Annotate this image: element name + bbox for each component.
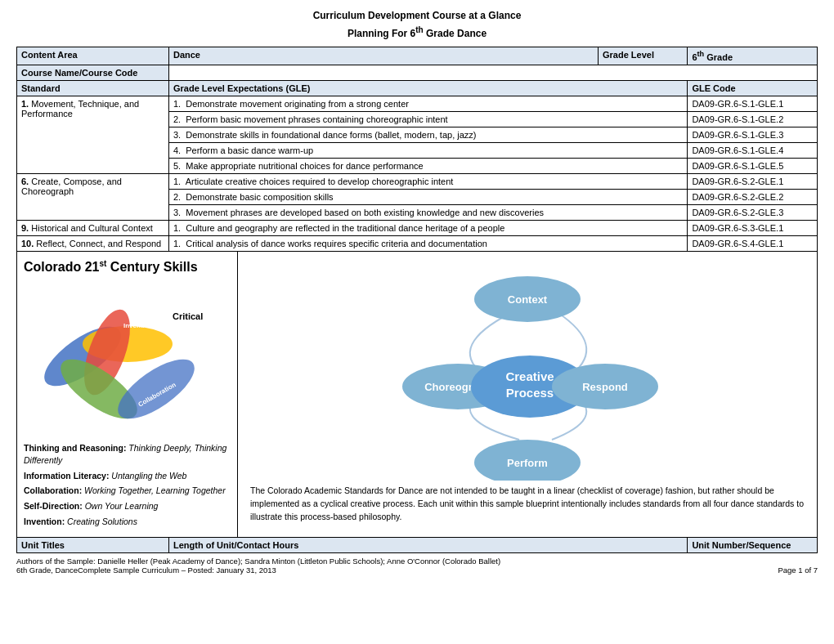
unit-length: Length of Unit/Contact Hours bbox=[168, 538, 687, 553]
svg-text:Context: Context bbox=[508, 293, 548, 306]
skill-collab: Collaboration: Working Together, Learnin… bbox=[24, 485, 231, 497]
code-9-1: DA09-GR.6-S.3-GLE.1 bbox=[688, 221, 818, 236]
standard-row-6: 6. Create, Compose, and Choreograph 1. A… bbox=[17, 174, 818, 190]
bottom-section-row: Colorado 21st Century Skills bbox=[17, 252, 818, 538]
skill-thinking: Thinking and Reasoning: Thinking Deeply,… bbox=[24, 442, 231, 466]
code-6-3: DA09-GR.6-S.2-GLE.3 bbox=[688, 205, 818, 221]
svg-text:Critical: Critical bbox=[173, 311, 203, 321]
content-area-value: Dance bbox=[168, 47, 598, 65]
svg-text:Critical Thinking: Critical Thinking bbox=[70, 283, 95, 331]
svg-text:Perform: Perform bbox=[507, 457, 548, 469]
content-area-label: Content Area bbox=[17, 47, 169, 65]
main-table: Content Area Dance Grade Level 6th Grade… bbox=[16, 47, 818, 553]
gle-1-4: 4. Perform a basic dance warm-up bbox=[168, 143, 687, 159]
standard-row-10: 10. Reflect, Connect, and Respond 1. Cri… bbox=[17, 236, 818, 252]
gle-6-1: 1. Articulate creative choices required … bbox=[168, 174, 687, 190]
gle-6-2: 2. Demonstrate basic composition skills bbox=[168, 190, 687, 205]
page-title: Curriculum Development Course at a Glanc… bbox=[16, 8, 818, 42]
page-line: 6th Grade, DanceComplete Sample Curricul… bbox=[16, 566, 818, 575]
gle-1-3: 3. Demonstrate skills in foundational da… bbox=[168, 127, 687, 143]
code-1-3: DA09-GR.6-S.1-GLE.3 bbox=[688, 127, 818, 143]
skill-info: Information Literacy: Untangling the Web bbox=[24, 470, 231, 482]
standard-1-name: 1. Movement, Technique, and Performance bbox=[17, 96, 169, 174]
page-info-right: Page 1 of 7 bbox=[778, 566, 818, 575]
standard-10-name: 10. Reflect, Connect, and Respond bbox=[17, 236, 169, 252]
svg-text:Invention: Invention bbox=[123, 322, 153, 329]
unit-number: Unit Number/Sequence bbox=[688, 538, 818, 553]
creative-description: The Colorado Academic Standards for Danc… bbox=[246, 485, 809, 523]
gle-header: Grade Level Expectations (GLE) bbox=[168, 81, 687, 96]
creative-process-diagram: Context Choreograph Creative Process bbox=[352, 260, 703, 481]
skill-self: Self-Direction: Own Your Learning bbox=[24, 500, 231, 512]
standard-row-1: 1. Movement, Technique, and Performance … bbox=[17, 96, 818, 112]
gle-code-header: GLE Code bbox=[688, 81, 818, 96]
gle-10-1: 1. Critical analysis of dance works requ… bbox=[168, 236, 687, 252]
gle-6-3: 3. Movement phrases are developed based … bbox=[168, 205, 687, 221]
column-headers-row: Standard Grade Level Expectations (GLE) … bbox=[17, 81, 818, 96]
code-6-2: DA09-GR.6-S.2-GLE.2 bbox=[688, 190, 818, 205]
code-6-1: DA09-GR.6-S.2-GLE.1 bbox=[688, 174, 818, 190]
code-1-1: DA09-GR.6-S.1-GLE.1 bbox=[688, 96, 818, 112]
course-name-label: Course Name/Course Code bbox=[17, 65, 169, 81]
course-name-row: Course Name/Course Code bbox=[17, 65, 818, 81]
gle-9-1: 1. Culture and geography are reflected i… bbox=[168, 221, 687, 236]
grade-level-value: 6th Grade bbox=[688, 47, 818, 65]
standard-row-9: 9. Historical and Cultural Context 1. Cu… bbox=[17, 221, 818, 236]
skills-diagram: Self Direction Invention Critical Thinki… bbox=[34, 283, 222, 436]
creative-process-section: Context Choreograph Creative Process bbox=[238, 252, 817, 537]
gle-1-2: 2. Perform basic movement phrases contai… bbox=[168, 112, 687, 127]
unit-titles: Unit Titles bbox=[17, 538, 169, 553]
gle-1-1: 1. Demonstrate movement originating from… bbox=[168, 96, 687, 112]
content-area-row: Content Area Dance Grade Level 6th Grade bbox=[17, 47, 818, 65]
svg-text:Process: Process bbox=[506, 386, 554, 400]
svg-text:Creative: Creative bbox=[505, 369, 554, 383]
code-1-4: DA09-GR.6-S.1-GLE.4 bbox=[688, 143, 818, 159]
page-info-left: 6th Grade, DanceComplete Sample Curricul… bbox=[16, 566, 276, 575]
standard-6-name: 6. Create, Compose, and Choreograph bbox=[17, 174, 169, 221]
unit-footer-row: Unit Titles Length of Unit/Contact Hours… bbox=[17, 538, 818, 553]
standard-header: Standard bbox=[17, 81, 169, 96]
skills-text: Thinking and Reasoning: Thinking Deeply,… bbox=[24, 442, 231, 527]
code-10-1: DA09-GR.6-S.4-GLE.1 bbox=[688, 236, 818, 252]
code-1-5: DA09-GR.6-S.1-GLE.5 bbox=[688, 159, 818, 174]
code-1-2: DA09-GR.6-S.1-GLE.2 bbox=[688, 112, 818, 127]
svg-text:Respond: Respond bbox=[582, 381, 628, 393]
authors-line: Authors of the Sample: Danielle Heller (… bbox=[16, 557, 818, 566]
skill-invention: Invention: Creating Solutions bbox=[24, 516, 231, 528]
grade-level-label: Grade Level bbox=[599, 47, 688, 65]
skills-title: Colorado 21st Century Skills bbox=[24, 258, 231, 276]
gle-1-5: 5. Make appropriate nutritional choices … bbox=[168, 159, 687, 174]
standard-9-name: 9. Historical and Cultural Context bbox=[17, 221, 169, 236]
